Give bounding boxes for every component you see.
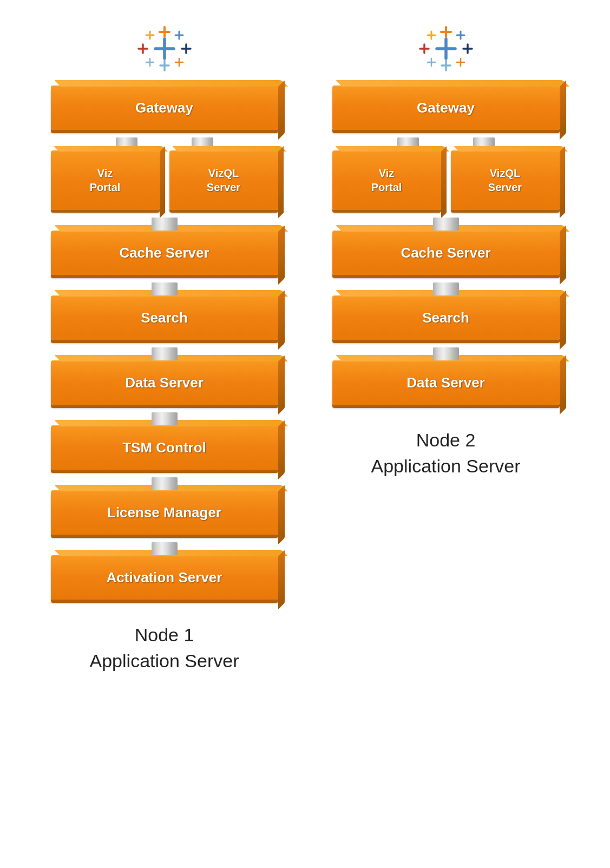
gateway1-front: Gateway [51,86,278,130]
pillar-viz-cache2 [433,218,459,231]
vizql-server1-block: VizQLServer [169,150,278,210]
page-container: Gateway VizPortal VizQLServer [0,11,610,685]
node2-subtitle: Application Server [371,453,521,479]
tsm-control1-front: TSM Control [51,425,278,470]
tsm-control1-block: TSM Control [51,425,278,470]
vizql-server2-container: VizQLServer [451,150,560,210]
viz-portal2-container: VizPortal [332,150,441,210]
viz-double-block2: VizPortal VizQLServer [332,150,560,210]
search1-front: Search [51,295,278,340]
viz-double-block1: VizPortal VizQLServer [51,150,278,210]
pillar-tsm-license1 [152,477,178,490]
node1-footer: Node 1 Application Server [90,622,239,674]
node2-footer: Node 2 Application Server [371,428,521,479]
vizql-server1-label: VizQLServer [205,164,242,196]
license-manager1-label: License Manager [107,504,221,521]
pillar-cache-search1 [152,282,178,295]
search2-label: Search [422,310,469,326]
data-server2-front: Data Server [332,360,560,405]
cache-server1-front: Cache Server [51,231,278,275]
pillar-data-tsm1 [152,412,178,425]
cache-server2-front: Cache Server [332,231,560,275]
vizql-server1-container: VizQLServer [169,150,278,210]
gateway1-block: Gateway [51,86,278,130]
search2-block: Search [332,295,560,340]
activation-server1-front: Activation Server [51,555,278,600]
node1-subtitle: Application Server [90,648,239,674]
search1-label: Search [141,310,188,326]
cache-server2-block: Cache Server [332,231,560,275]
viz-portal1-label: VizPortal [88,164,123,196]
search1-block: Search [51,295,278,340]
viz-portal1-container: VizPortal [51,150,160,210]
activation-server1-label: Activation Server [107,569,222,586]
license-manager1-block: License Manager [51,490,278,535]
gateway2-block: Gateway [332,86,560,130]
gateway1-label: Gateway [135,100,193,116]
viz-portal2-block: VizPortal [332,150,441,210]
gateway2-front: Gateway [332,86,560,130]
data-server2-block: Data Server [332,360,560,405]
data-server1-block: Data Server [51,360,278,405]
node1-name: Node 1 [90,622,239,648]
pillar-cache-search2 [433,282,459,295]
cache-server2-label: Cache Server [401,245,490,261]
gateway2-label: Gateway [417,100,475,116]
pillar-search-data1 [152,347,178,360]
vizql-server2-label: VizQLServer [486,164,524,196]
search2-front: Search [332,295,560,340]
viz-portal1-block: VizPortal [51,150,160,210]
tableau-logo-node2 [416,22,476,76]
node2-name: Node 2 [371,428,521,453]
activation-server1-block: Activation Server [51,555,278,600]
pillar-license-activation1 [152,542,178,555]
node1-column: Gateway VizPortal VizQLServer [40,22,289,674]
data-server1-front: Data Server [51,360,278,405]
tableau-logo-node1 [135,22,194,76]
data-server2-label: Data Server [406,374,485,391]
cache-server1-label: Cache Server [119,245,209,261]
node2-column: Gateway VizPortal VizQLServer [322,22,570,479]
license-manager1-front: License Manager [51,490,278,535]
pillar-search-data2 [433,347,459,360]
pillar-viz-cache1 [152,218,178,231]
cache-server1-block: Cache Server [51,231,278,275]
viz-portal2-label: VizPortal [369,164,404,196]
tsm-control1-label: TSM Control [122,439,206,456]
data-server1-label: Data Server [125,374,204,391]
vizql-server2-block: VizQLServer [451,150,560,210]
